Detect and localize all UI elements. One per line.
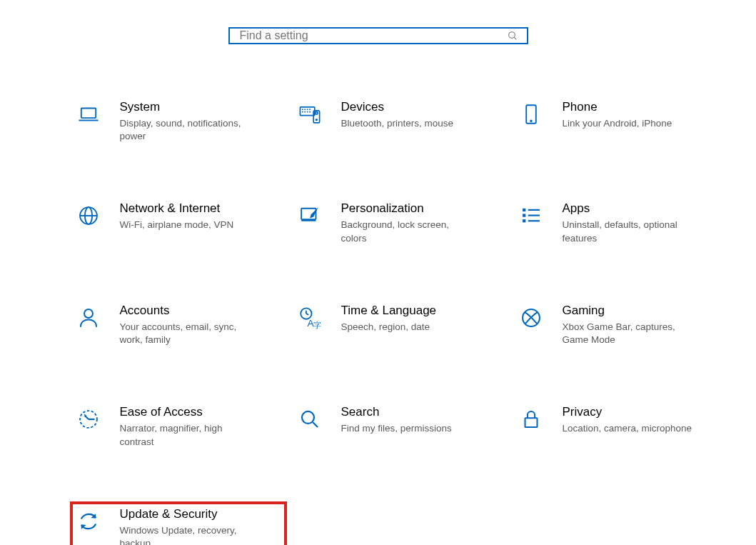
tile-privacy[interactable]: Privacy Location, camera, microphone [514, 401, 728, 461]
tile-title: Time & Language [341, 304, 503, 318]
tile-title: Devices [341, 100, 503, 114]
ease-of-access-icon [76, 406, 101, 432]
tile-title: Search [341, 405, 503, 419]
tile-title: Update & Security [120, 507, 281, 521]
svg-rect-23 [523, 209, 525, 211]
tile-desc: Link your Android, iPhone [563, 117, 698, 130]
tile-time-language[interactable]: A 字 Time & Language Speech, region, date [293, 299, 507, 359]
tile-search[interactable]: Search Find my files, permissions [293, 401, 507, 461]
svg-point-14 [315, 112, 317, 114]
tile-desc: Display, sound, notifications, power [120, 117, 256, 143]
tile-text: Ease of Access Narrator, magnifier, high… [120, 405, 281, 448]
svg-rect-25 [523, 220, 525, 223]
svg-rect-2 [81, 109, 95, 119]
tile-title: Phone [563, 100, 724, 114]
person-icon [76, 305, 101, 331]
update-sync-icon [76, 509, 101, 534]
svg-line-32 [306, 314, 308, 315]
tile-network[interactable]: Network & Internet Wi-Fi, airplane mode,… [71, 197, 286, 257]
tile-title: Personalization [341, 201, 503, 216]
tile-title: Privacy [563, 405, 724, 419]
globe-icon [76, 203, 101, 229]
svg-rect-24 [523, 214, 525, 217]
tile-text: Update & Security Windows Update, recove… [120, 507, 281, 545]
tile-desc: Wi-Fi, airplane mode, VPN [120, 219, 256, 231]
svg-point-39 [301, 411, 313, 424]
tile-title: Gaming [563, 304, 724, 318]
tile-personalization[interactable]: Personalization Background, lock screen,… [293, 197, 507, 257]
tile-gaming[interactable]: Gaming Xbox Game Bar, captures, Game Mod… [514, 299, 728, 359]
tile-apps[interactable]: Apps Uninstall, defaults, optional featu… [514, 197, 728, 257]
svg-point-0 [508, 32, 515, 39]
search-box[interactable] [228, 27, 528, 44]
svg-line-40 [313, 423, 318, 428]
settings-grid: System Display, sound, notifications, po… [21, 96, 735, 545]
tile-text: Apps Uninstall, defaults, optional featu… [563, 201, 724, 244]
phone-icon [518, 101, 544, 127]
tile-desc: Location, camera, microphone [563, 422, 698, 435]
tile-text: Privacy Location, camera, microphone [563, 405, 724, 435]
tile-text: Network & Internet Wi-Fi, airplane mode,… [120, 201, 281, 231]
paintbrush-icon [297, 203, 323, 229]
search-icon [507, 30, 518, 41]
search-input[interactable] [238, 29, 507, 43]
tile-title: System [120, 100, 281, 114]
tile-phone[interactable]: Phone Link your Android, iPhone [514, 96, 728, 156]
time-language-icon: A 字 [297, 305, 323, 331]
xbox-icon [518, 305, 544, 331]
svg-point-17 [530, 121, 532, 122]
tile-text: Phone Link your Android, iPhone [563, 100, 724, 130]
tile-desc: Your accounts, email, sync, work, family [120, 321, 256, 346]
tile-ease-of-access[interactable]: Ease of Access Narrator, magnifier, high… [71, 401, 286, 461]
tile-desc: Find my files, permissions [341, 422, 477, 435]
tile-devices[interactable]: Devices Bluetooth, printers, mouse [293, 96, 507, 156]
tile-desc: Uninstall, defaults, optional features [563, 219, 698, 244]
keyboard-devices-icon [297, 101, 323, 127]
tile-desc: Xbox Game Bar, captures, Game Mode [563, 321, 698, 346]
tile-title: Ease of Access [120, 405, 281, 419]
laptop-icon [76, 101, 101, 127]
tile-update-security[interactable]: Update & Security Windows Update, recove… [71, 503, 286, 545]
tile-title: Network & Internet [120, 201, 281, 216]
tile-desc: Windows Update, recovery, backup [120, 524, 256, 545]
tile-title: Apps [563, 201, 724, 216]
tile-text: Accounts Your accounts, email, sync, wor… [120, 304, 281, 346]
tile-accounts[interactable]: Accounts Your accounts, email, sync, wor… [71, 299, 286, 359]
lock-icon [518, 406, 544, 432]
tile-text: Personalization Background, lock screen,… [341, 201, 503, 244]
tile-desc: Speech, region, date [341, 321, 477, 334]
tile-text: System Display, sound, notifications, po… [120, 100, 281, 143]
svg-rect-41 [525, 419, 537, 428]
apps-list-icon [518, 203, 544, 229]
tile-system[interactable]: System Display, sound, notifications, po… [71, 96, 286, 156]
tile-text: Gaming Xbox Game Bar, captures, Game Mod… [563, 304, 724, 346]
svg-point-15 [316, 119, 317, 121]
svg-text:字: 字 [313, 320, 321, 329]
tile-desc: Narrator, magnifier, high contrast [120, 422, 256, 448]
tile-text: Time & Language Speech, region, date [341, 304, 503, 334]
svg-point-29 [84, 309, 93, 318]
tile-title: Accounts [120, 304, 281, 318]
tile-desc: Background, lock screen, colors [341, 219, 477, 244]
magnifier-icon [297, 406, 323, 432]
svg-line-1 [514, 37, 516, 39]
tile-text: Devices Bluetooth, printers, mouse [341, 100, 503, 130]
tile-text: Search Find my files, permissions [341, 405, 503, 435]
settings-home: System Display, sound, notifications, po… [0, 0, 756, 545]
tile-desc: Bluetooth, printers, mouse [341, 117, 477, 130]
